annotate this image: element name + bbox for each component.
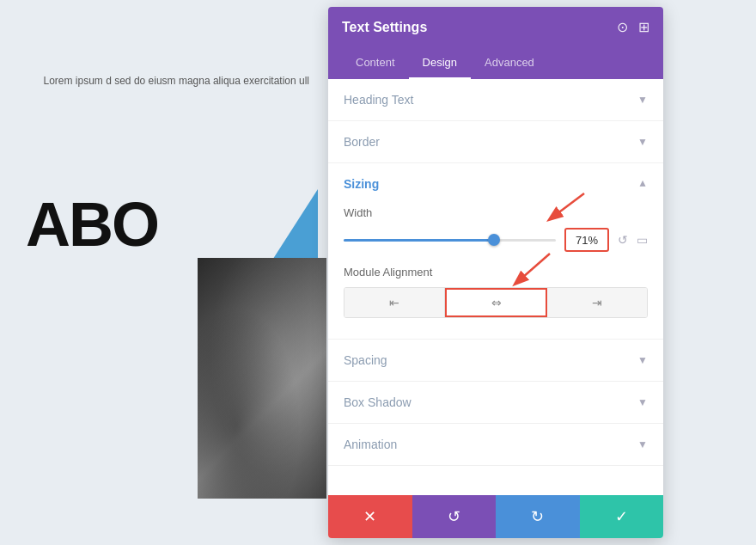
spacing-chevron: ▼ [637,354,648,366]
redo-button[interactable]: ↻ [496,495,580,538]
settings-panel: Text Settings ⊙ ⊞ Content Design Advance… [328,7,663,538]
slider-track [344,239,556,242]
device-icon[interactable]: ▭ [637,233,648,247]
reset-icon[interactable]: ↺ [618,233,628,247]
canvas-area: Lorem ipsum d sed do eiusm magna aliqua … [0,0,326,545]
animation-label: Animation [344,438,397,451]
align-center-btn[interactable]: ⇔ [445,288,548,317]
border-chevron: ▼ [637,136,648,148]
box-shadow-chevron: ▼ [637,396,648,408]
tab-content[interactable]: Content [342,47,409,79]
expand-icon[interactable]: ⊞ [638,19,649,35]
alignment-row: Module Alignment ⇤ ⇔ ⇥ [344,266,648,318]
heading-text-chevron: ▼ [637,94,648,106]
about-text: ABO [26,189,158,260]
width-value-input[interactable] [564,228,609,252]
align-right-btn[interactable]: ⇥ [547,288,647,317]
sizing-chevron: ▼ [637,178,648,190]
section-border[interactable]: Border ▼ [328,121,663,163]
confirm-button[interactable]: ✓ [580,495,664,538]
panel-body: Heading Text ▼ Border ▼ Sizing ▼ Width [328,79,663,495]
heading-text-label: Heading Text [344,93,413,107]
panel-title: Text Settings [342,20,427,35]
spacing-label: Spacing [344,353,387,367]
alignment-label: Module Alignment [344,266,648,279]
section-box-shadow[interactable]: Box Shadow ▼ [328,382,663,424]
section-animation[interactable]: Animation ▼ [328,424,663,466]
section-spacing[interactable]: Spacing ▼ [328,340,663,382]
alignment-buttons: ⇤ ⇔ ⇥ [344,287,648,318]
slider-fill [344,239,494,242]
align-left-icon: ⇤ [389,296,399,309]
animation-chevron: ▼ [637,438,648,450]
align-right-icon: ⇥ [592,296,602,309]
sizing-content: Width ↺ ▭ Module Ali [328,199,663,339]
section-heading-text[interactable]: Heading Text ▼ [328,79,663,121]
align-left-btn[interactable]: ⇤ [344,288,445,317]
sizing-title: Sizing [344,177,379,191]
photo-area [198,258,326,499]
photo-overlay [198,258,326,499]
panel-header: Text Settings ⊙ ⊞ [328,7,663,47]
width-value-container [564,228,609,252]
undo-button[interactable]: ↺ [412,495,497,538]
settings-icon[interactable]: ⊙ [617,19,628,35]
width-slider-container[interactable] [344,231,556,248]
header-icons: ⊙ ⊞ [617,19,649,35]
panel-tabs: Content Design Advanced [328,47,663,79]
box-shadow-label: Box Shadow [344,395,412,409]
width-row: ↺ ▭ [344,228,648,252]
slider-thumb[interactable] [488,234,500,246]
panel-footer: ✕ ↺ ↻ ✓ [328,495,663,538]
section-sizing: Sizing ▼ Width ↺ ▭ [328,163,663,340]
align-center-icon: ⇔ [491,296,502,309]
cancel-button[interactable]: ✕ [328,495,412,538]
sizing-header[interactable]: Sizing ▼ [328,163,663,199]
border-label: Border [344,135,380,149]
width-label: Width [344,206,648,219]
tab-design[interactable]: Design [409,47,471,79]
tab-advanced[interactable]: Advanced [471,47,548,79]
lorem-text: Lorem ipsum d sed do eiusm magna aliqua … [44,73,310,89]
